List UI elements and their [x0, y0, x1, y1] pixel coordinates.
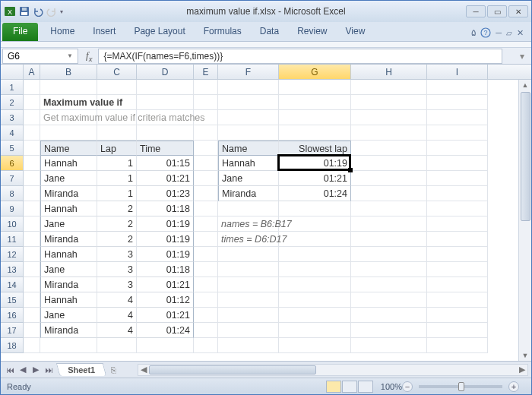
cell[interactable] [218, 201, 279, 216]
col-header-F[interactable]: F [218, 65, 279, 79]
row-header-10[interactable]: 10 [1, 216, 24, 232]
cell[interactable] [279, 323, 351, 338]
cell[interactable]: Hannah [40, 247, 97, 262]
cell[interactable]: Miranda [40, 232, 97, 247]
cell[interactable] [351, 125, 427, 141]
cell[interactable] [24, 156, 40, 171]
cell[interactable] [351, 323, 427, 338]
view-page-break-button[interactable] [358, 381, 373, 393]
cell[interactable]: 01:21 [279, 171, 351, 186]
cell[interactable]: 3 [97, 262, 137, 277]
cell[interactable] [427, 80, 488, 95]
cell[interactable] [427, 247, 488, 262]
save-icon[interactable] [19, 6, 30, 17]
cell[interactable] [194, 338, 218, 353]
cell[interactable] [218, 308, 279, 323]
cell[interactable] [351, 247, 427, 262]
cell[interactable] [218, 277, 279, 292]
cell[interactable] [427, 232, 488, 247]
cell[interactable] [97, 80, 137, 95]
cell[interactable] [351, 277, 427, 292]
cell[interactable] [427, 323, 488, 338]
cell[interactable] [194, 156, 218, 171]
close-button[interactable]: ✕ [508, 5, 528, 17]
cell[interactable] [427, 95, 488, 110]
cell[interactable] [194, 323, 218, 338]
cell[interactable] [194, 201, 218, 216]
col-header-H[interactable]: H [351, 65, 427, 79]
cell[interactable] [24, 338, 40, 353]
cell[interactable] [24, 323, 40, 338]
tab-review[interactable]: Review [288, 22, 336, 41]
tab-data[interactable]: Data [251, 22, 288, 41]
cell[interactable]: 01:18 [137, 262, 194, 277]
cell[interactable] [194, 262, 218, 277]
cell[interactable]: Hannah [218, 156, 279, 171]
cell[interactable] [218, 323, 279, 338]
scroll-right-icon[interactable]: ▶ [517, 365, 527, 374]
cell[interactable]: 2 [97, 201, 137, 216]
scroll-left-icon[interactable]: ◀ [138, 365, 149, 374]
cell[interactable]: 01:21 [137, 277, 194, 292]
sheet-next-icon[interactable]: ▶ [30, 364, 42, 376]
cell[interactable]: Jane [40, 262, 97, 277]
cell[interactable]: Miranda [40, 277, 97, 292]
col-header-C[interactable]: C [97, 65, 137, 79]
tab-file[interactable]: File [2, 23, 38, 41]
cell[interactable] [427, 216, 488, 232]
cell[interactable]: names = B6:B17 [218, 216, 279, 232]
row-header-4[interactable]: 4 [1, 125, 24, 141]
cell[interactable] [194, 80, 218, 95]
restore-button[interactable]: ▭ [487, 5, 507, 17]
cell[interactable] [279, 110, 351, 125]
row-header-2[interactable]: 2 [1, 95, 24, 110]
cell[interactable]: 01:21 [137, 308, 194, 323]
row-header-18[interactable]: 18 [1, 338, 24, 353]
tab-formulas[interactable]: Formulas [195, 22, 251, 41]
cell[interactable] [351, 156, 427, 171]
cell[interactable]: 01:15 [137, 156, 194, 171]
cell[interactable]: 1 [97, 171, 137, 186]
cell[interactable]: Lap [97, 141, 137, 156]
qat-dropdown-icon[interactable]: ▾ [60, 8, 63, 15]
cell[interactable]: Miranda [218, 186, 279, 201]
cell[interactable] [40, 338, 97, 353]
name-box-dropdown-icon[interactable]: ▼ [67, 52, 73, 59]
cell[interactable] [279, 80, 351, 95]
cell[interactable] [279, 262, 351, 277]
row-header-14[interactable]: 14 [1, 277, 24, 292]
view-normal-button[interactable] [326, 381, 341, 393]
cell[interactable] [194, 247, 218, 262]
cell[interactable] [137, 95, 194, 110]
zoom-level[interactable]: 100% [381, 382, 402, 391]
sheet-last-icon[interactable]: ⏭ [43, 364, 55, 376]
cell[interactable] [24, 201, 40, 216]
row-header-1[interactable]: 1 [1, 80, 24, 95]
cell[interactable]: 01:19 [137, 232, 194, 247]
cell[interactable] [351, 216, 427, 232]
row-header-6[interactable]: 6 [1, 156, 24, 171]
cell[interactable] [24, 171, 40, 186]
undo-icon[interactable] [33, 6, 43, 17]
cell[interactable] [137, 338, 194, 353]
sheet-tab-sheet1[interactable]: Sheet1 [56, 363, 107, 376]
cell[interactable]: 01:18 [137, 201, 194, 216]
cell[interactable] [24, 141, 40, 156]
cell[interactable]: 4 [97, 323, 137, 338]
cell[interactable]: Jane [40, 216, 97, 232]
cell[interactable]: Jane [40, 171, 97, 186]
row-header-8[interactable]: 8 [1, 186, 24, 201]
row-header-12[interactable]: 12 [1, 247, 24, 262]
cell[interactable] [137, 125, 194, 141]
tab-home[interactable]: Home [41, 22, 84, 41]
cell[interactable] [24, 262, 40, 277]
cell[interactable]: 4 [97, 292, 137, 308]
zoom-slider[interactable] [419, 385, 502, 388]
cell[interactable] [351, 262, 427, 277]
scroll-up-icon[interactable]: ▲ [519, 80, 531, 90]
col-header-G[interactable]: G [279, 65, 351, 79]
cell[interactable]: 01:19 [137, 216, 194, 232]
cell[interactable]: Jane [40, 308, 97, 323]
sheet-prev-icon[interactable]: ◀ [17, 364, 29, 376]
cell[interactable] [351, 80, 427, 95]
